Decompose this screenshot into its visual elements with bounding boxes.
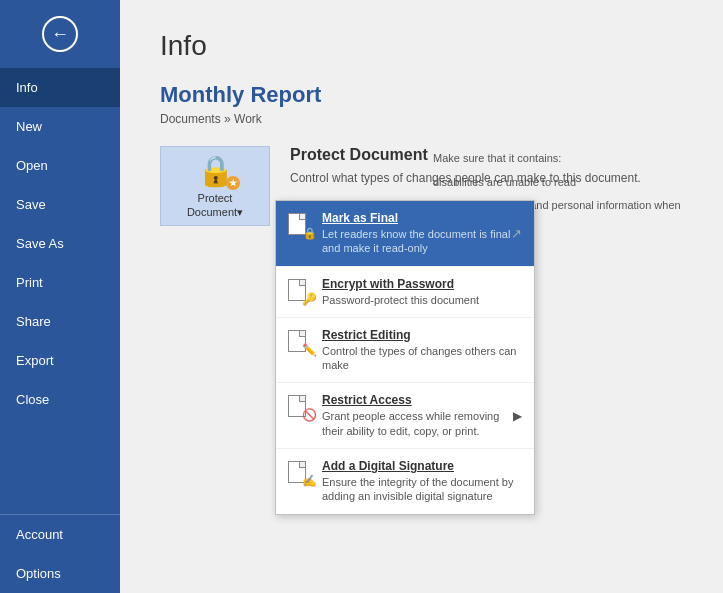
pencil-lock-icon: ✏️ (302, 343, 317, 357)
sidebar-item-save-as[interactable]: Save As (0, 224, 120, 263)
sidebar-item-options[interactable]: Options (0, 554, 120, 593)
key-icon: 🔑 (302, 292, 317, 306)
digital-signature-icon: ✍ (288, 461, 312, 483)
sidebar-item-info[interactable]: Info (0, 68, 120, 107)
signature-badge-icon: ✍ (302, 474, 317, 488)
main-content: Info Monthly Report Documents » Work 🔒 ★… (120, 0, 723, 593)
restrict-editing-icon: ✏️ (288, 330, 312, 352)
mark-final-desc: Let readers know the document is final a… (322, 227, 522, 256)
protect-document-button[interactable]: 🔒 ★ Protect Document▾ (160, 146, 270, 226)
info-line1: Make sure that it contains: (433, 150, 693, 168)
protect-button-label: Protect Document▾ (187, 192, 243, 218)
sidebar-item-close[interactable]: Close (0, 380, 120, 419)
restrict-editing-desc: Control the types of changes others can … (322, 344, 522, 373)
sidebar-item-account[interactable]: Account (0, 514, 120, 554)
cursor-icon: ↗ (511, 226, 522, 241)
lock-badge-icon: ★ (226, 176, 240, 190)
breadcrumb: Documents » Work (160, 112, 683, 126)
page-title: Info (160, 30, 683, 62)
lock-overlay-icon: 🔒 (303, 227, 317, 240)
dropdown-item-mark-final[interactable]: 🔒 Mark as Final Let readers know the doc… (276, 201, 534, 267)
digital-signature-title: Add a Digital Signature (322, 459, 522, 473)
sidebar-item-print[interactable]: Print (0, 263, 120, 302)
restrict-access-desc: Grant people access while removing their… (322, 409, 503, 438)
submenu-arrow-icon: ▶ (513, 409, 522, 423)
sidebar: ← Info New Open Save Save As Print Share… (0, 0, 120, 593)
encrypt-icon: 🔑 (288, 279, 312, 301)
info-line2: disabilities are unable to read (433, 174, 693, 192)
encrypt-desc: Password-protect this document (322, 293, 522, 307)
lock-icon-wrapper: 🔒 ★ (197, 153, 234, 188)
dropdown-item-restrict-editing[interactable]: ✏️ Restrict Editing Control the types of… (276, 318, 534, 384)
dropdown-item-encrypt[interactable]: 🔑 Encrypt with Password Password-protect… (276, 267, 534, 318)
restrict-access-title: Restrict Access (322, 393, 503, 407)
sidebar-item-open[interactable]: Open (0, 146, 120, 185)
dropdown-item-digital-signature[interactable]: ✍ Add a Digital Signature Ensure the int… (276, 449, 534, 514)
sidebar-spacer (0, 419, 120, 514)
sidebar-item-save[interactable]: Save (0, 185, 120, 224)
back-button[interactable]: ← (0, 0, 120, 68)
dropdown-item-restrict-access[interactable]: 🚫 Restrict Access Grant people access wh… (276, 383, 534, 449)
sidebar-item-export[interactable]: Export (0, 341, 120, 380)
protect-dropdown-menu: 🔒 Mark as Final Let readers know the doc… (275, 200, 535, 515)
mark-final-icon: 🔒 (288, 213, 312, 235)
back-arrow-icon: ← (42, 16, 78, 52)
sidebar-item-share[interactable]: Share (0, 302, 120, 341)
document-title: Monthly Report (160, 82, 683, 108)
mark-final-title: Mark as Final (322, 211, 522, 225)
no-icon: 🚫 (302, 408, 317, 422)
restrict-access-icon: 🚫 (288, 395, 312, 417)
encrypt-title: Encrypt with Password (322, 277, 522, 291)
sidebar-item-new[interactable]: New (0, 107, 120, 146)
restrict-editing-title: Restrict Editing (322, 328, 522, 342)
digital-signature-desc: Ensure the integrity of the document by … (322, 475, 522, 504)
